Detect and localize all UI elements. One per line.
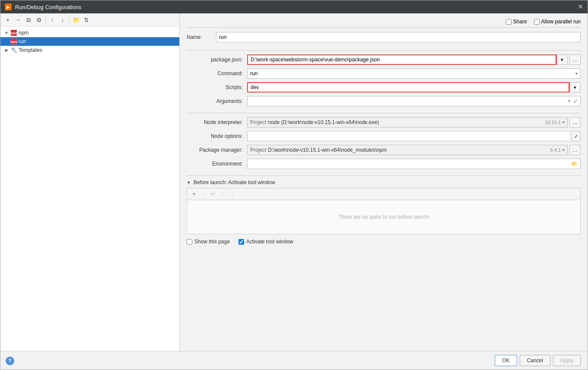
pkg-path-value: D:\work\node-v10.15.1-win-x64\node_modul… <box>268 147 548 153</box>
arguments-field: + ⤢ <box>247 96 581 106</box>
title-bar: ▶ Run/Debug Configurations ✕ <box>0 0 588 13</box>
sort-button[interactable]: ⇅ <box>82 15 91 25</box>
parallel-label: Allow parallel run <box>541 19 581 25</box>
env-folder-icon[interactable]: 📁 <box>571 161 578 167</box>
command-select[interactable]: run ▾ <box>247 68 581 79</box>
scripts-label: Scripts: <box>187 84 247 90</box>
before-launch-header: ▼ Before launch: Activate tool window <box>187 179 581 185</box>
toolbar-sep1 <box>45 16 46 23</box>
remove-config-button[interactable]: − <box>13 15 23 25</box>
package-json-label: package.json: <box>187 57 247 63</box>
args-expand-btn[interactable]: ⤢ <box>572 97 578 105</box>
templates-label: Templates <box>19 47 42 53</box>
bl-up-btn: ↑ <box>218 190 227 198</box>
move-down-button[interactable]: ↓ <box>58 15 67 25</box>
args-add-btn[interactable]: + <box>567 97 572 105</box>
environment-input[interactable]: 📁 <box>247 159 581 169</box>
run-debug-dialog: ▶ Run/Debug Configurations ✕ + − ⧉ ⚙ ↑ ↓… <box>0 0 588 370</box>
title-bar-left: ▶ Run/Debug Configurations <box>5 3 81 10</box>
folder-button[interactable]: 📁 <box>71 15 81 25</box>
scripts-dropdown-btn[interactable]: ▾ <box>569 82 581 92</box>
move-up-button[interactable]: ↑ <box>48 15 57 25</box>
add-config-button[interactable]: + <box>3 15 13 25</box>
package-json-field: ▾ … <box>247 54 581 65</box>
footer: OK Cancel Apply <box>0 351 588 370</box>
scripts-input-wrap: ▾ <box>247 82 581 92</box>
activate-tool-row: Activate tool window <box>238 239 293 245</box>
toolbar-sep2 <box>69 16 70 23</box>
separator-1 <box>187 50 581 51</box>
separator-2 <box>187 113 581 113</box>
environment-field: 📁 <box>247 159 581 169</box>
templates-icon: 🔧 <box>11 47 17 53</box>
run-label: run <box>19 38 26 45</box>
arguments-input-area: + ⤢ <box>247 96 581 106</box>
node-browse-btn[interactable]: … <box>569 117 581 128</box>
package-json-dropdown-btn[interactable]: ▾ <box>556 54 568 65</box>
share-checkbox[interactable] <box>506 19 512 25</box>
before-launch-title: Before launch: Activate tool window <box>194 179 275 185</box>
settings-config-button[interactable]: ⚙ <box>34 15 44 25</box>
before-launch-collapse-icon[interactable]: ▼ <box>187 180 191 185</box>
scripts-row: Scripts: ▾ <box>187 82 581 93</box>
name-input[interactable] <box>216 32 581 42</box>
package-manager-display[interactable]: Project D:\work\node-v10.15.1-win-x64\no… <box>247 145 568 155</box>
separator-3 <box>187 175 581 176</box>
npm-label: npm <box>19 30 29 36</box>
tree-item-templates[interactable]: 🔧 Templates <box>0 46 179 54</box>
bl-add-btn[interactable]: + <box>190 190 198 198</box>
left-panel: + − ⧉ ⚙ ↑ ↓ 📁 ⇅ npm npm <box>0 13 180 351</box>
name-label: Name: <box>187 34 213 40</box>
command-arrow-icon: ▾ <box>575 71 578 76</box>
right-panel: Share Allow parallel run Name: package.j… <box>180 13 588 351</box>
tree-item-run[interactable]: npm run <box>0 37 179 46</box>
npm-toggle-icon <box>4 30 9 35</box>
copy-config-button[interactable]: ⧉ <box>24 15 33 25</box>
ok-button[interactable]: OK <box>495 355 517 366</box>
show-page-label: Show this page <box>194 239 230 245</box>
node-project-label: Project <box>250 119 266 125</box>
node-interpreter-display[interactable]: Project node (D:\work\node-v10.15.1-win-… <box>247 117 568 128</box>
name-row: Name: <box>187 32 581 42</box>
parallel-option: Allow parallel run <box>534 19 581 25</box>
scripts-input[interactable] <box>247 82 569 92</box>
show-page-row: Show this page <box>187 239 230 245</box>
package-json-input[interactable] <box>247 54 556 65</box>
no-tasks-text: There are no tasks to run before launch <box>338 214 429 220</box>
command-field: run ▾ <box>247 68 581 79</box>
pkg-version-value: 6.4.1 <box>550 147 561 153</box>
apply-button[interactable]: Apply <box>553 355 581 366</box>
before-launch-area: There are no tasks to run before launch <box>187 200 581 234</box>
tree-item-npm[interactable]: npm npm <box>0 29 179 37</box>
activate-tool-checkbox[interactable] <box>238 239 244 245</box>
pkg-browse-btn[interactable]: … <box>569 145 581 155</box>
pkg-project-label: Project <box>250 147 266 153</box>
node-path-value: node (D:\work\node-v10.15.1-win-x64\node… <box>268 119 543 125</box>
bl-edit-btn: ✏ <box>209 190 217 198</box>
node-version-value: 10.15.1 <box>545 120 561 125</box>
config-tree: npm npm npm run 🔧 Templates <box>0 27 179 351</box>
arguments-row: Arguments: + ⤢ <box>187 96 581 107</box>
help-button[interactable]: ? <box>6 357 14 365</box>
bottom-options: Show this page Activate tool window <box>187 239 581 245</box>
cancel-button[interactable]: Cancel <box>520 355 550 366</box>
run-icon: npm <box>11 38 17 45</box>
command-label: Command: <box>187 70 247 77</box>
node-options-input[interactable] <box>247 131 569 141</box>
node-options-expand-btn[interactable]: ⤢ <box>571 131 581 141</box>
node-options-label: Node options: <box>187 133 247 139</box>
right-header: Share Allow parallel run <box>187 19 581 28</box>
activate-tool-label: Activate tool window <box>246 239 293 245</box>
bl-down-btn: ↓ <box>228 190 236 198</box>
close-button[interactable]: ✕ <box>578 3 583 10</box>
arguments-label: Arguments: <box>187 98 247 104</box>
scripts-field: ▾ <box>247 82 581 92</box>
package-manager-label: Package manager: <box>187 147 247 153</box>
package-json-browse-btn[interactable]: … <box>569 54 581 65</box>
show-page-checkbox[interactable] <box>187 239 192 245</box>
npm-icon: npm <box>11 30 17 36</box>
node-interpreter-field: Project node (D:\work\node-v10.15.1-win-… <box>247 117 581 128</box>
config-toolbar: + − ⧉ ⚙ ↑ ↓ 📁 ⇅ <box>0 13 179 27</box>
parallel-checkbox[interactable] <box>534 19 540 25</box>
package-manager-row: Package manager: Project D:\work\node-v1… <box>187 144 581 156</box>
